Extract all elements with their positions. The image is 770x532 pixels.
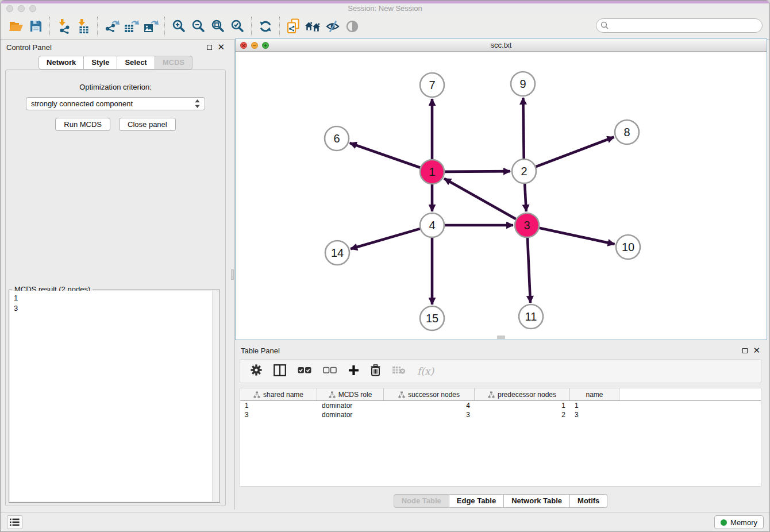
- column-header-MCDS-role[interactable]: MCDS role: [317, 388, 384, 400]
- search-input[interactable]: [596, 18, 763, 33]
- tab-network[interactable]: Network: [38, 56, 84, 70]
- select-all-checkboxes-button[interactable]: [298, 366, 311, 376]
- mcds-result-list[interactable]: 13: [10, 291, 219, 502]
- refresh-view-button[interactable]: [256, 16, 275, 37]
- graph-edge-3-1[interactable]: [444, 179, 516, 219]
- deselect-all-checkboxes-button[interactable]: [323, 366, 337, 376]
- graph-edge-1-6[interactable]: [350, 143, 421, 168]
- close-panel-icon[interactable]: ✕: [217, 44, 225, 50]
- graph-node-6[interactable]: 6: [325, 126, 349, 151]
- node-label: 10: [622, 241, 634, 253]
- mcds-panel: Optimization criterion: strongly connect…: [5, 70, 226, 506]
- add-column-button[interactable]: [348, 365, 359, 378]
- graph-edge-2-8[interactable]: [536, 137, 614, 167]
- clone-network-button[interactable]: [284, 16, 303, 37]
- window-resize-grip[interactable]: [497, 336, 505, 339]
- export-table-button[interactable]: [121, 16, 141, 37]
- result-scrollbar[interactable]: [212, 291, 219, 502]
- tab-node-table[interactable]: Node Table: [394, 494, 449, 508]
- tab-motifs[interactable]: Motifs: [570, 494, 607, 508]
- open-file-button[interactable]: [6, 16, 26, 37]
- import-table-button[interactable]: [74, 16, 93, 37]
- eye-disabled-icon: [345, 20, 359, 33]
- hide-selected-button[interactable]: [323, 16, 342, 37]
- export-image-button[interactable]: [141, 16, 160, 37]
- memory-button[interactable]: Memory: [714, 515, 764, 529]
- zoom-in-button[interactable]: [169, 16, 188, 37]
- vertical-splitter[interactable]: [230, 40, 235, 510]
- graph-edge-3-10[interactable]: [540, 228, 615, 244]
- save-session-button[interactable]: [26, 16, 45, 37]
- function-builder-button[interactable]: f(x): [417, 365, 434, 377]
- column-header-shared-name[interactable]: shared name: [240, 388, 317, 400]
- column-header-name[interactable]: name: [570, 388, 619, 400]
- optimization-criterion-select[interactable]: strongly connected component: [26, 97, 205, 110]
- zoom-selected-button[interactable]: [228, 16, 247, 37]
- table-cell[interactable]: dominator: [317, 401, 384, 410]
- graph-node-15[interactable]: 15: [420, 306, 444, 330]
- graph-edge-3-11[interactable]: [528, 238, 530, 303]
- splitter-grip[interactable]: [231, 269, 234, 280]
- graph-node-14[interactable]: 14: [325, 241, 349, 265]
- node-label: 14: [331, 246, 344, 259]
- toolbar-separator: [49, 17, 50, 36]
- graph-node-4[interactable]: 4: [420, 213, 444, 237]
- table-cell[interactable]: 1: [570, 401, 619, 410]
- graph-edge-2-9[interactable]: [523, 98, 523, 159]
- tab-select[interactable]: Select: [117, 56, 155, 70]
- network-canvas[interactable]: 7968124314101511: [236, 52, 767, 340]
- table-row[interactable]: 3dominator323: [240, 410, 761, 419]
- first-neighbors-button[interactable]: [303, 16, 323, 37]
- show-all-button[interactable]: [342, 16, 362, 37]
- table-panel-tabs: Node TableEdge TableNetwork TableMotifs: [235, 494, 766, 508]
- zoom-out-button[interactable]: [188, 16, 208, 37]
- settings-button[interactable]: [251, 364, 262, 378]
- run-mcds-button[interactable]: Run MCDS: [55, 118, 110, 131]
- table-row[interactable]: 1dominator411: [240, 401, 761, 410]
- zoom-fit-icon: [210, 19, 225, 34]
- network-title: scc.txt: [236, 41, 767, 49]
- column-header-label: successor nodes: [408, 391, 460, 399]
- table-cell[interactable]: 3: [240, 410, 317, 419]
- column-header-predecessor-nodes[interactable]: predecessor nodes: [475, 388, 570, 400]
- tab-mcds[interactable]: MCDS: [155, 56, 192, 70]
- export-network-button[interactable]: [102, 16, 121, 37]
- import-network-button[interactable]: [54, 16, 74, 37]
- zoom-fit-button[interactable]: [208, 16, 228, 37]
- table-cell[interactable]: 1: [240, 401, 317, 410]
- table-cell[interactable]: 3: [570, 410, 619, 419]
- graph-node-3[interactable]: 3: [515, 213, 539, 237]
- export-network-icon: [104, 19, 120, 33]
- selected-option: strongly connected component: [31, 99, 195, 108]
- close-panel-button[interactable]: Close panel: [119, 118, 176, 131]
- graph-edge-1-2[interactable]: [445, 171, 510, 172]
- graph-node-10[interactable]: 10: [616, 235, 640, 259]
- graph-edge-4-14[interactable]: [351, 229, 420, 249]
- float-panel-icon[interactable]: [742, 348, 748, 353]
- tab-style[interactable]: Style: [84, 56, 117, 70]
- close-panel-icon[interactable]: ✕: [753, 348, 760, 353]
- show-columns-button[interactable]: [274, 364, 286, 379]
- tab-network-table[interactable]: Network Table: [504, 494, 570, 508]
- graph-node-9[interactable]: 9: [511, 72, 535, 96]
- table-cell[interactable]: 1: [475, 401, 570, 410]
- graph-node-11[interactable]: 11: [519, 304, 543, 329]
- table-cell[interactable]: dominator: [317, 410, 384, 419]
- graph-node-8[interactable]: 8: [615, 120, 639, 144]
- table-cell[interactable]: 2: [475, 410, 570, 419]
- delete-table-button[interactable]: [392, 365, 406, 377]
- task-history-button[interactable]: [7, 515, 22, 529]
- tab-edge-table[interactable]: Edge Table: [449, 494, 504, 508]
- network-window-titlebar: ✕ − + scc.txt: [236, 39, 767, 52]
- delete-column-button[interactable]: [371, 364, 380, 379]
- graph-node-7[interactable]: 7: [420, 73, 444, 97]
- table-cell[interactable]: 4: [384, 401, 475, 410]
- graph-node-2[interactable]: 2: [512, 159, 536, 183]
- node-label: 9: [519, 78, 526, 90]
- graph-edge-2-3[interactable]: [525, 184, 526, 211]
- float-panel-icon[interactable]: [207, 45, 212, 50]
- graph-node-1[interactable]: 1: [420, 160, 444, 184]
- column-header-successor-nodes[interactable]: successor nodes: [384, 388, 475, 400]
- table-cell[interactable]: 3: [384, 410, 475, 419]
- plus-icon: [348, 365, 359, 376]
